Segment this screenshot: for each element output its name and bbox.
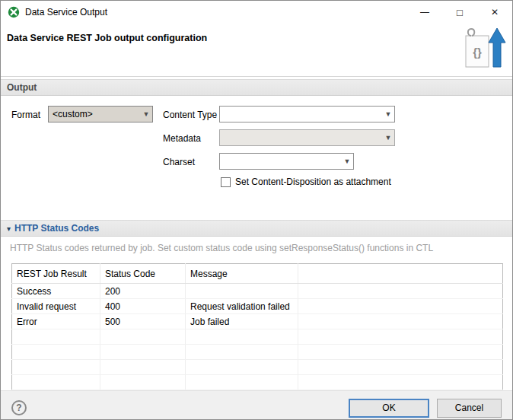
chevron-down-icon: ▼ [382, 107, 394, 122]
output-section-header: Output [1, 79, 512, 96]
chevron-down-icon: ▼ [140, 107, 152, 122]
table-cell [186, 329, 298, 345]
table-cell [12, 360, 100, 375]
maximize-button[interactable]: □ [442, 1, 477, 24]
collapse-triangle-icon: ▾ [7, 224, 11, 233]
output-section-title: Output [7, 82, 37, 93]
table-cell: Error [12, 314, 100, 329]
table-cell [12, 329, 100, 345]
table-cell [298, 299, 503, 314]
charset-combobox[interactable]: ▼ [219, 153, 354, 170]
status-table-body: Success200Invalid request400Request vali… [12, 284, 503, 390]
table-cell: 200 [100, 284, 186, 299]
help-button[interactable]: ? [11, 400, 27, 415]
cancel-button[interactable]: Cancel [437, 399, 502, 418]
col-header-rest-job-result[interactable]: REST Job Result [12, 264, 100, 284]
table-row[interactable] [12, 345, 503, 360]
table-cell [186, 360, 298, 375]
table-cell [298, 329, 503, 345]
http-status-section-title: HTTP Status Codes [14, 223, 99, 234]
table-cell [186, 345, 298, 360]
table-cell: 400 [100, 299, 186, 314]
status-codes-table: REST Job Result Status Code Message Succ… [11, 263, 503, 390]
svg-text:{}: {} [473, 46, 482, 59]
table-cell [298, 360, 503, 375]
table-cell: Success [12, 284, 100, 299]
table-cell [298, 375, 503, 390]
content-type-label: Content Type [163, 110, 217, 120]
close-button[interactable]: ✕ [477, 1, 512, 24]
chevron-down-icon: ▼ [382, 130, 394, 145]
dialog-heading: Data Service REST Job output configurati… [7, 33, 207, 43]
table-row[interactable] [12, 329, 503, 345]
format-label: Format [11, 110, 40, 120]
minimize-button[interactable]: — [407, 1, 442, 24]
content-type-combobox[interactable]: ▼ [219, 106, 395, 123]
content-disposition-checkbox[interactable] [221, 177, 231, 187]
dialog-header: Data Service REST Job output configurati… [1, 24, 512, 77]
table-row[interactable]: Error500Job failed [12, 314, 503, 329]
table-cell [186, 375, 298, 390]
table-row[interactable]: Invalid request400Request validation fai… [12, 299, 503, 314]
table-cell [298, 345, 503, 360]
col-header-filler [298, 264, 503, 284]
table-cell: Request validation failed [186, 299, 298, 314]
table-header-row: REST Job Result Status Code Message [12, 264, 503, 284]
titlebar: Data Service Output — □ ✕ [1, 1, 512, 24]
rest-output-icon: {} [464, 26, 506, 75]
col-header-message[interactable]: Message [186, 264, 298, 284]
table-cell [100, 345, 186, 360]
app-icon [8, 6, 20, 18]
ok-button[interactable]: OK [349, 399, 429, 418]
table-row[interactable]: Success200 [12, 284, 503, 299]
metadata-label: Metadata [163, 133, 201, 144]
window-controls: — □ ✕ [407, 1, 512, 24]
table-cell [298, 284, 503, 299]
http-status-section-header[interactable]: ▾ HTTP Status Codes [1, 220, 512, 237]
button-bar: ? OK Cancel [1, 390, 512, 420]
col-header-status-code[interactable]: Status Code [100, 264, 186, 284]
status-codes-table-wrap: REST Job Result Status Code Message Succ… [11, 263, 502, 390]
chevron-down-icon: ▼ [341, 154, 353, 169]
window-title: Data Service Output [25, 7, 107, 18]
metadata-combobox[interactable]: ▼ [219, 129, 395, 146]
output-form: Format <custom> ▼ Content Type ▼ Metadat… [1, 96, 512, 218]
content-disposition-label: Set Content-Disposition as attachment [235, 177, 391, 187]
charset-label: Charset [163, 157, 195, 167]
table-cell [100, 360, 186, 375]
format-combobox[interactable]: <custom> ▼ [48, 106, 153, 123]
table-cell [12, 345, 100, 360]
table-cell [12, 375, 100, 390]
table-cell [100, 329, 186, 345]
data-service-output-dialog: Data Service Output — □ ✕ Data Service R… [0, 0, 513, 420]
http-status-description: HTTP Status codes returned by job. Set c… [1, 237, 512, 253]
table-row[interactable] [12, 375, 503, 390]
table-row[interactable] [12, 360, 503, 375]
format-value: <custom> [49, 109, 140, 119]
table-cell: Job failed [186, 314, 298, 329]
content-disposition-row: Set Content-Disposition as attachment [221, 177, 391, 187]
table-cell [100, 375, 186, 390]
table-cell [186, 284, 298, 299]
table-cell: Invalid request [12, 299, 100, 314]
table-cell [298, 314, 503, 329]
table-cell: 500 [100, 314, 186, 329]
